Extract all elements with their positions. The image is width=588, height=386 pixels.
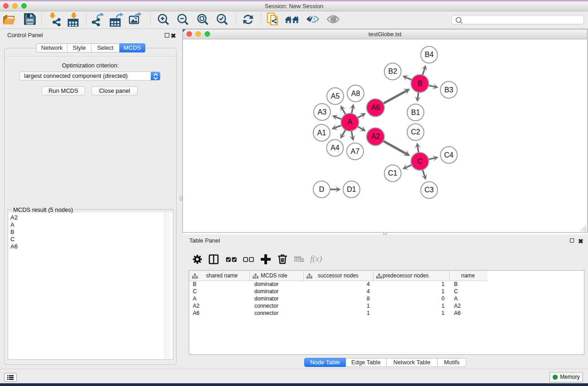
svg-text:C3: C3 bbox=[425, 186, 434, 194]
svg-text:A2: A2 bbox=[371, 133, 380, 140]
svg-text:A6: A6 bbox=[371, 104, 380, 111]
svg-text:A7: A7 bbox=[351, 148, 360, 155]
svg-text:C: C bbox=[417, 157, 423, 165]
svg-text:A: A bbox=[348, 118, 353, 126]
svg-text:C2: C2 bbox=[411, 128, 421, 136]
svg-text:A4: A4 bbox=[330, 144, 339, 152]
svg-text:B2: B2 bbox=[388, 67, 397, 75]
svg-text:A5: A5 bbox=[331, 92, 340, 100]
svg-text:B3: B3 bbox=[445, 86, 454, 94]
svg-text:D1: D1 bbox=[347, 186, 356, 193]
svg-text:C4: C4 bbox=[444, 151, 454, 159]
svg-text:A3: A3 bbox=[318, 108, 327, 116]
svg-text:C1: C1 bbox=[388, 169, 397, 177]
svg-text:D: D bbox=[319, 186, 325, 193]
svg-text:B1: B1 bbox=[411, 109, 420, 116]
svg-text:A8: A8 bbox=[351, 90, 360, 97]
svg-text:B4: B4 bbox=[425, 51, 434, 58]
svg-text:A1: A1 bbox=[317, 129, 326, 137]
svg-text:B: B bbox=[417, 80, 422, 87]
